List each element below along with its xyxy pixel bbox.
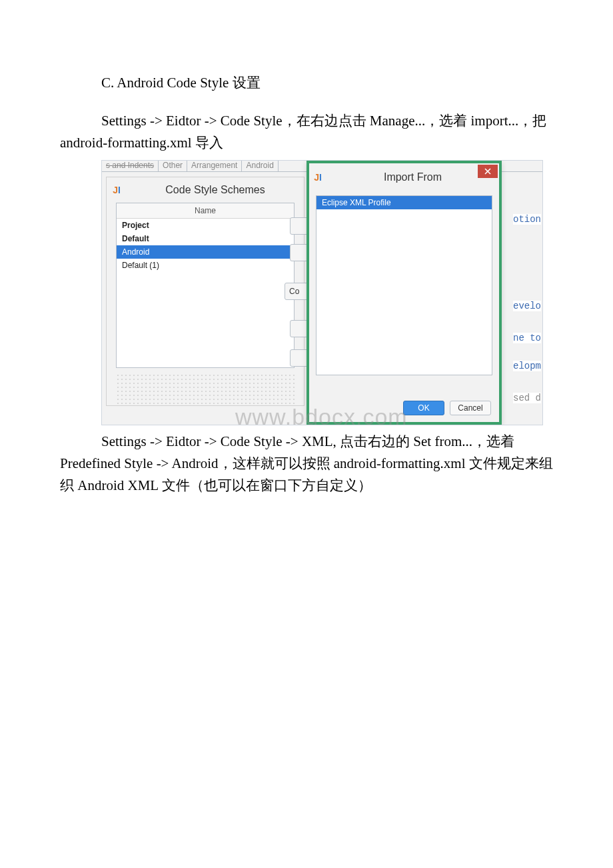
import-from-dialog: JI Import From Eclipse XML Profile OK Ca… bbox=[306, 161, 502, 425]
screenshot-import-code-style: s and Indents Other Arrangement Android … bbox=[101, 160, 543, 425]
ide-logo-icon: JI bbox=[309, 172, 326, 183]
cancel-button[interactable]: Cancel bbox=[450, 401, 491, 415]
code-style-schemes-dialog: JI Code Style Schemes Name Project Defau… bbox=[106, 177, 305, 406]
scheme-row-android[interactable]: Android bbox=[117, 245, 294, 259]
dialog-title: Code Style Schemes bbox=[127, 184, 304, 196]
instruction-paragraph-1: Settings -> Eidtor -> Code Style，在右边点击 M… bbox=[60, 110, 553, 153]
code-fragment: sed d bbox=[513, 393, 541, 403]
close-icon bbox=[484, 168, 491, 175]
dialog-title: Import From bbox=[326, 171, 499, 183]
code-fragment: elopm bbox=[513, 361, 541, 371]
dialog-button-row: OK Cancel bbox=[403, 401, 491, 415]
tab-android[interactable]: Android bbox=[242, 160, 278, 171]
dialog-titlebar: JI Import From bbox=[309, 163, 499, 191]
scheme-row-default1[interactable]: Default (1) bbox=[117, 259, 294, 272]
code-fragment: ne to bbox=[513, 333, 541, 343]
tab-arrangement[interactable]: Arrangement bbox=[187, 160, 242, 171]
scheme-row-project[interactable]: Project bbox=[117, 219, 294, 232]
section-heading: C. Android Code Style 设置 bbox=[101, 73, 553, 93]
scheme-row-default[interactable]: Default bbox=[117, 232, 294, 245]
ide-logo-icon: JI bbox=[107, 185, 127, 195]
code-fragment: otion bbox=[513, 214, 541, 225]
import-option-eclipse[interactable]: Eclipse XML Profile bbox=[316, 196, 492, 209]
tab-other[interactable]: Other bbox=[159, 160, 187, 171]
para1-text: Settings -> Eidtor -> Code Style，在右边点击 M… bbox=[60, 113, 546, 151]
para2-text: Settings -> Eidtor -> Code Style -> XML,… bbox=[60, 433, 553, 493]
list-header-name: Name bbox=[117, 203, 294, 219]
close-button[interactable] bbox=[478, 165, 498, 178]
schemes-list: Name Project Default Android Default (1) bbox=[116, 203, 295, 368]
instruction-paragraph-2: Settings -> Eidtor -> Code Style -> XML,… bbox=[60, 431, 553, 496]
dialog-titlebar: JI Code Style Schemes bbox=[107, 177, 304, 203]
tab-fragment[interactable]: s and Indents bbox=[102, 160, 159, 171]
ok-button[interactable]: OK bbox=[403, 401, 444, 415]
resize-area bbox=[116, 373, 295, 404]
import-options-list: Eclipse XML Profile bbox=[316, 195, 492, 375]
code-fragment: evelo bbox=[513, 301, 541, 311]
